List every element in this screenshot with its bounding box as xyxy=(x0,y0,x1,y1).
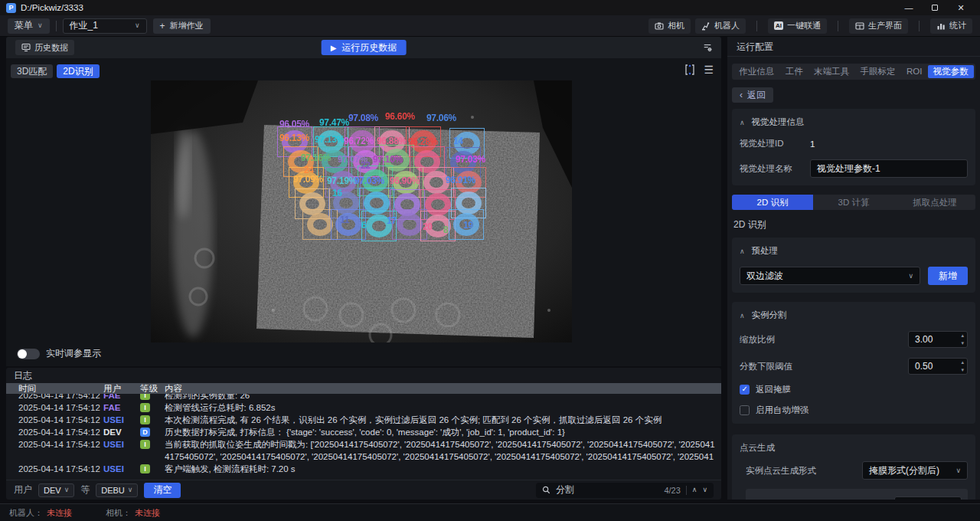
new-job-label: 新增作业 xyxy=(170,20,204,31)
auto-augment-checkbox[interactable] xyxy=(740,405,750,415)
pointcloud-form-select[interactable]: 掩膜形式(分割后) ∨ xyxy=(862,461,968,480)
chevron-down-icon: ∨ xyxy=(908,273,913,280)
vision-id-label: 视觉处理ID xyxy=(740,138,810,149)
tab-grasp-point[interactable]: 抓取点处理 xyxy=(894,195,975,210)
spin-down-icon[interactable]: ▾ xyxy=(961,367,964,375)
pointcloud-title: 点云生成 xyxy=(740,442,775,454)
log-user: FAE xyxy=(103,401,120,414)
history-header: 历史数据 ▶ 运行历史数据 xyxy=(6,37,721,58)
statusbar: 机器人： 未连接 相机： 未连接 xyxy=(0,503,980,521)
add-preprocess-button[interactable]: 新增 xyxy=(928,267,968,285)
user-filter-value: DEV xyxy=(44,486,61,495)
search-next-button[interactable]: ∨ xyxy=(702,487,707,493)
vision-info-card: ∧ 视觉处理信息 视觉处理ID 1 视觉处理名称 视觉处理参数-1 xyxy=(732,109,975,185)
menubar: 菜单 ∨ 作业_1 ∨ + 新增作业 相机 xyxy=(0,15,980,37)
menu-button[interactable]: 菜单 ∨ xyxy=(8,18,50,34)
vision-name-input[interactable]: 视觉处理参数-1 xyxy=(810,159,968,178)
log-content: 本次检测流程完成, 有 26 个结果，识别出 26 个实例，实例过滤后返回 26… xyxy=(165,414,717,426)
run-history-label: 运行历史数据 xyxy=(341,41,397,54)
camera-image[interactable]: 96.05%97.47%97.08%96.60%97.06%96.13%97.1… xyxy=(151,80,572,342)
collapse-icon[interactable]: ∧ xyxy=(740,247,745,255)
log-level-badge: I xyxy=(140,464,150,473)
history-data-chip[interactable]: 历史数据 xyxy=(15,40,74,55)
log-row[interactable]: 2025-04-14 17:54:12 USEI I 本次检测流程完成, 有 2… xyxy=(6,414,721,426)
tab-workpiece[interactable]: 工件 xyxy=(779,65,808,78)
log-time: 2025-04-14 17:54:12 xyxy=(18,401,100,414)
close-button[interactable]: ✕ xyxy=(948,0,974,15)
scale-value: 3.00 xyxy=(915,332,933,348)
divider xyxy=(56,21,57,31)
realtime-tuning-label: 实时调参显示 xyxy=(46,347,101,360)
camera-label: 相机 xyxy=(668,20,684,31)
return-mask-checkbox[interactable] xyxy=(740,385,750,395)
collapse-icon[interactable]: ∧ xyxy=(740,119,745,126)
one-key-connect-button[interactable]: AI 一键联通 xyxy=(768,18,827,34)
chevron-down-icon: ∨ xyxy=(38,22,43,29)
production-view-label: 生产界面 xyxy=(868,20,902,31)
spin-up-icon[interactable]: ▴ xyxy=(961,333,964,340)
robot-button[interactable]: 机器人 xyxy=(695,18,746,34)
log-content: 检测管线运行总耗时: 6.852s xyxy=(165,401,717,414)
tab-3d-compute[interactable]: 3D 计算 xyxy=(813,195,894,210)
log-rows[interactable]: 2025-04-14 17:54:12 FAE I 检测到的实例数量: 26 2… xyxy=(6,394,721,480)
tab-job-info[interactable]: 作业信息 xyxy=(733,65,779,78)
minimize-button[interactable]: — xyxy=(896,0,922,15)
score-threshold-spinner[interactable]: 0.50 ▴▾ xyxy=(908,358,968,375)
search-input[interactable]: 分割 xyxy=(556,483,658,496)
window-title: D:/Pickwiz/3333 xyxy=(21,3,83,12)
viewer-tabs: 3D匹配 2D识别 xyxy=(11,64,100,78)
log-time: 2025-04-14 17:54:12 xyxy=(18,414,100,426)
scale-spinner[interactable]: 3.00 ▴▾ xyxy=(908,331,968,348)
log-row[interactable]: 2025-04-14 17:54:12 FAE I 检测到的实例数量: 26 xyxy=(6,394,721,401)
log-time: 2025-04-14 17:54:12 xyxy=(18,438,100,451)
viewer-panel: 3D匹配 2D识别 ☰ xyxy=(6,58,721,366)
bbox-scale-label: 点云生成-包围盒缩放比例(分割后) xyxy=(752,500,884,500)
tab-hand-eye-calib[interactable]: 手眼标定 xyxy=(854,65,900,78)
level-filter-select[interactable]: DEBU ∨ xyxy=(96,483,138,497)
tab-2d-recog[interactable]: 2D 识别 xyxy=(732,195,813,210)
log-search-box[interactable]: 分割 4/23 ∧ ∨ xyxy=(536,483,714,498)
production-view-button[interactable]: 生产界面 xyxy=(849,18,908,34)
realtime-toggle-row: 实时调参显示 xyxy=(17,347,101,360)
tab-roi[interactable]: ROI xyxy=(901,65,928,78)
job-select[interactable]: 作业_1 ∨ xyxy=(63,18,147,34)
maximize-button[interactable] xyxy=(922,0,948,15)
log-row[interactable]: 2025-04-14 17:54:12 USEI I 客户端触发, 检测流程耗时… xyxy=(6,463,721,475)
titlebar: P D:/Pickwiz/3333 — ✕ xyxy=(0,0,980,15)
spin-down-icon[interactable]: ▾ xyxy=(961,340,964,348)
user-filter-select[interactable]: DEV ∨ xyxy=(38,483,74,497)
camera-status-label: 相机： xyxy=(106,507,131,519)
log-time: 2025-04-14 17:54:12 xyxy=(18,463,100,475)
divider xyxy=(838,21,838,31)
pointcloud-form-label: 实例点云生成形式 xyxy=(740,465,816,477)
clear-log-button[interactable]: 清空 xyxy=(144,483,181,498)
run-history-button[interactable]: ▶ 运行历史数据 xyxy=(322,40,407,55)
run-config-title: 运行配置 xyxy=(727,37,980,57)
back-button[interactable]: ‹ 返回 xyxy=(732,87,773,103)
log-row[interactable]: 2025-04-14 17:54:12 DEV D 历史数据打标完成, 打标信息… xyxy=(6,426,721,438)
flip-compare-icon[interactable] xyxy=(684,64,696,76)
tab-3d-match[interactable]: 3D匹配 xyxy=(11,64,53,78)
list-settings-icon[interactable] xyxy=(703,43,712,52)
search-icon xyxy=(542,486,550,494)
new-job-button[interactable]: + 新增作业 xyxy=(153,18,211,34)
log-user: USEI xyxy=(103,414,124,426)
tab-vision-params[interactable]: 视觉参数 xyxy=(928,65,974,78)
log-col-user: 用户 xyxy=(103,383,121,394)
pointcloud-card: 点云生成 实例点云生成形式 掩膜形式(分割后) ∨ 点云生成-包围盒缩放比例(分… xyxy=(732,434,975,500)
tab-2d-recognition[interactable]: 2D识别 xyxy=(57,64,99,78)
camera-button[interactable]: 相机 xyxy=(648,18,691,34)
bbox-scale-input[interactable]: [1.3, 1.3] xyxy=(894,496,962,500)
search-prev-button[interactable]: ∧ xyxy=(692,487,697,493)
realtime-tuning-toggle[interactable] xyxy=(17,349,40,359)
log-time: 2025-04-14 17:54:12 xyxy=(18,394,100,401)
collapse-icon[interactable]: ∧ xyxy=(740,312,745,319)
tab-end-tool[interactable]: 末端工具 xyxy=(808,65,854,78)
stats-button[interactable]: 统计 xyxy=(930,18,972,34)
filter-select[interactable]: 双边滤波 ∨ xyxy=(740,267,920,285)
back-label: 返回 xyxy=(747,89,766,102)
menu-list-icon[interactable]: ☰ xyxy=(704,64,714,75)
log-row[interactable]: 2025-04-14 17:54:12 USEI I 当前获取的抓取位姿生成的时… xyxy=(6,438,721,463)
log-row[interactable]: 2025-04-14 17:54:12 FAE I 检测管线运行总耗时: 6.8… xyxy=(6,401,721,414)
spin-up-icon[interactable]: ▴ xyxy=(961,359,964,367)
